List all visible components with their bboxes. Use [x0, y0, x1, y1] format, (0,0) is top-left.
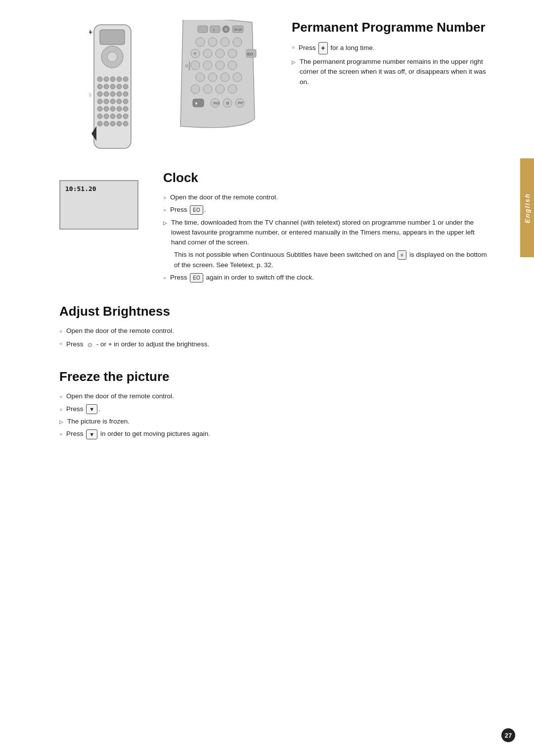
- svg-point-62: [216, 61, 224, 70]
- subtitle-icon: ≡: [398, 250, 406, 260]
- freeze-bullet-1: Open the door of the remote control.: [59, 391, 490, 401]
- freeze-section: Freeze the picture Open the door of the …: [59, 369, 490, 439]
- freeze-text-1: Open the door of the remote control.: [66, 391, 174, 401]
- svg-point-17: [117, 92, 122, 96]
- svg-text:PP: PP: [238, 101, 243, 105]
- freeze-text-3: The picture is frozen.: [67, 417, 130, 426]
- svg-point-25: [104, 106, 109, 111]
- svg-point-30: [104, 114, 109, 119]
- clock-text-1: Open the door of the remote control.: [170, 192, 278, 202]
- top-section: + ☼ i O P+P: [30, 20, 490, 158]
- svg-text:INS: INS: [213, 101, 220, 105]
- svg-point-13: [123, 84, 128, 89]
- svg-point-28: [123, 106, 128, 111]
- svg-point-11: [110, 84, 115, 89]
- svg-point-3: [107, 52, 117, 62]
- svg-text:P+P: P+P: [234, 28, 242, 32]
- clock-left: 10:51.20: [59, 175, 148, 230]
- svg-point-69: [233, 73, 242, 82]
- clock-text-4: This is not possible when Continuous Sub…: [174, 250, 490, 270]
- svg-point-8: [123, 77, 128, 82]
- plus-button-icon: +: [318, 42, 327, 54]
- svg-point-60: [191, 61, 200, 70]
- clock-title: Clock: [163, 170, 490, 186]
- language-tab: English: [520, 158, 534, 257]
- permanent-section: Permanent Programme Number Press + for a…: [292, 20, 490, 90]
- freeze-bullet-icon-1: [59, 392, 62, 401]
- clock-time: 10:51.20: [65, 185, 96, 192]
- svg-point-12: [117, 84, 122, 89]
- brightness-bullets: Open the door of the remote control. Pre…: [59, 326, 490, 350]
- svg-point-23: [123, 99, 128, 104]
- svg-point-68: [221, 73, 229, 82]
- freeze-bullet-icon-2: [59, 405, 62, 414]
- keypad-image: i O P+P ✕ EO: [173, 20, 262, 134]
- bullet-icon-1: [292, 43, 295, 51]
- clock-bullet-5: Press EO again in order to switch off th…: [163, 273, 490, 283]
- clock-text-3: The time, downloaded from the TV channel…: [171, 218, 490, 248]
- svg-point-56: [216, 49, 224, 58]
- brightness-bullet-1: Open the door of the remote control.: [59, 326, 490, 336]
- freeze-button-icon: ▼: [86, 404, 97, 415]
- svg-point-6: [110, 77, 115, 82]
- svg-point-67: [208, 73, 217, 82]
- sun-icon: ☼: [86, 338, 93, 350]
- eo-icon: EO: [190, 205, 203, 215]
- svg-text:☼: ☼: [89, 91, 92, 98]
- svg-point-32: [117, 114, 122, 119]
- freeze-bullets: Open the door of the remote control. Pre…: [59, 391, 490, 439]
- freeze-bullet-4: Press ▼ in order to get moving pictures …: [59, 429, 490, 439]
- clock-bullet-4: This is not possible when Continuous Sub…: [163, 250, 490, 270]
- svg-point-66: [196, 73, 205, 82]
- svg-point-29: [97, 114, 102, 119]
- svg-point-34: [97, 121, 102, 126]
- brightness-bullet-icon-1: [59, 327, 62, 335]
- clock-bullet-3: The time, downloaded from the TV channel…: [163, 218, 490, 248]
- svg-point-10: [104, 84, 109, 89]
- permanent-text-2: The permanent programme number remains i…: [300, 57, 490, 87]
- svg-point-52: [233, 38, 242, 47]
- brightness-text-2: Press ☼ - or + in order to adjust the br…: [66, 338, 209, 350]
- svg-point-27: [117, 106, 122, 111]
- freeze-text-2: Press ▼.: [66, 404, 100, 415]
- language-tab-label: English: [524, 193, 531, 223]
- svg-text:▼: ▼: [194, 101, 198, 106]
- svg-point-70: [191, 85, 200, 94]
- freeze-bullet-icon-4: [59, 430, 62, 438]
- keypad-svg: i O P+P ✕ EO: [173, 20, 260, 131]
- svg-point-31: [110, 114, 115, 119]
- svg-point-14: [97, 92, 102, 96]
- freeze-arrow-icon-3: [59, 418, 63, 426]
- clock-display: 10:51.20: [59, 180, 138, 230]
- freeze-button-icon-2: ▼: [86, 429, 97, 440]
- brightness-section: Adjust Brightness Open the door of the r…: [59, 304, 490, 350]
- remote-svg: + ☼: [89, 20, 146, 153]
- svg-rect-42: [198, 26, 208, 33]
- svg-point-22: [117, 99, 122, 104]
- svg-point-71: [203, 85, 212, 94]
- svg-point-21: [110, 99, 115, 104]
- svg-point-37: [117, 121, 122, 126]
- svg-point-26: [110, 106, 115, 111]
- svg-point-55: [203, 49, 212, 58]
- svg-point-20: [104, 99, 109, 104]
- clock-arrow-icon-3: [163, 219, 167, 227]
- brightness-title: Adjust Brightness: [59, 304, 490, 319]
- svg-point-5: [104, 77, 109, 82]
- clock-right: Clock Open the door of the remote contro…: [163, 170, 490, 285]
- svg-point-61: [203, 61, 212, 70]
- clock-section: 10:51.20 Clock Open the door of the remo…: [59, 170, 490, 285]
- freeze-bullet-2: Press ▼.: [59, 404, 490, 415]
- sub-sections-container: 10:51.20 Clock Open the door of the remo…: [30, 170, 490, 439]
- freeze-bullet-3: The picture is frozen.: [59, 417, 490, 426]
- permanent-text-1: Press + for a long time.: [299, 42, 375, 54]
- svg-rect-43: [210, 26, 220, 33]
- clock-bullet-icon-1: [163, 193, 166, 202]
- permanent-title: Permanent Programme Number: [292, 20, 490, 35]
- clock-bullet-icon-5: [163, 274, 166, 282]
- svg-text:O: O: [224, 27, 227, 32]
- svg-point-73: [228, 85, 237, 94]
- svg-point-16: [110, 92, 115, 96]
- arrow-icon-2: [292, 58, 296, 66]
- svg-point-7: [117, 77, 122, 82]
